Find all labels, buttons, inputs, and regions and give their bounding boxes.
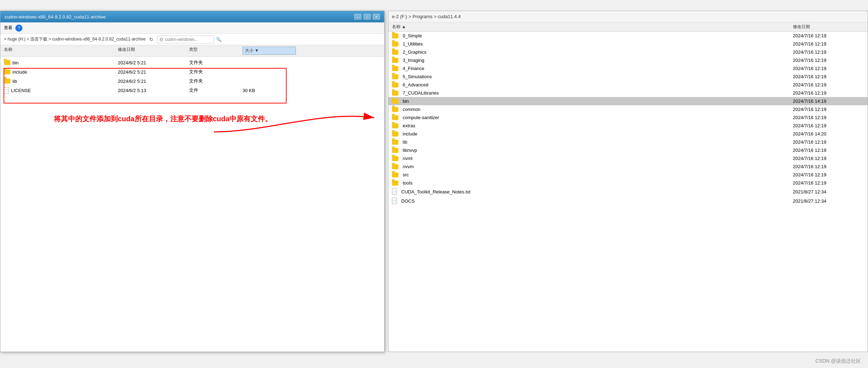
file-type: 文件夹	[189, 59, 242, 66]
title-bar-buttons: — □ ✕	[354, 14, 380, 20]
file-type: 文件夹	[189, 78, 242, 84]
folder-icon	[4, 69, 10, 74]
help-button[interactable]: ?	[15, 25, 22, 32]
col-name[interactable]: 名称	[4, 47, 118, 55]
folder-icon	[392, 33, 398, 38]
watermark: CSDN @误佰迁社区	[815, 358, 861, 364]
table-row[interactable]: nvml 2024/7/16 12:19	[388, 154, 868, 162]
breadcrumb: e-2 (F:) > Programs > cuda11.4.4	[392, 14, 461, 19]
folder-icon	[392, 115, 398, 120]
col-type[interactable]: 类型	[189, 47, 242, 55]
file-date: 2024/7/16 12:19	[793, 90, 864, 96]
table-row[interactable]: lib 2024/7/16 12:19	[388, 138, 868, 146]
file-list: bin 2024/6/2 5:21 文件夹 include 2024/6/2 5…	[0, 57, 384, 352]
minimize-button[interactable]: —	[354, 14, 361, 20]
file-date: 2024/7/16 12:19	[793, 74, 864, 79]
file-name-cell: 📄 LICENSE	[4, 87, 118, 94]
table-row[interactable]: include 2024/7/16 14:20	[388, 130, 868, 138]
table-row[interactable]: bin 2024/7/16 14:19	[388, 97, 868, 105]
file-date: 2024/7/16 12:19	[793, 107, 864, 112]
folder-icon	[392, 172, 398, 177]
table-row[interactable]: bin 2024/6/2 5:21 文件夹	[0, 58, 384, 67]
folder-icon	[392, 123, 398, 128]
col-size[interactable]: 大小 ▼	[242, 47, 296, 55]
table-row[interactable]: 📄 CUDA_Toolkit_Release_Notes.txt 2021/8/…	[388, 187, 868, 196]
refresh-button[interactable]: ↻	[148, 36, 155, 43]
folder-icon	[392, 164, 398, 169]
table-row[interactable]: libnvvp 2024/7/16 12:19	[388, 146, 868, 154]
table-row[interactable]: 📄 DOCS 2021/8/27 12:34	[388, 196, 868, 206]
table-row[interactable]: 5_Simulations 2024/7/16 12:19	[388, 73, 868, 81]
table-row[interactable]: 6_Advanced 2024/7/16 12:19	[388, 81, 868, 89]
folder-icon	[392, 140, 398, 145]
file-date: 2024/6/2 5:21	[118, 69, 189, 75]
folder-icon	[392, 107, 398, 112]
right-explorer-window: e-2 (F:) > Programs > cuda11.4.4 名称 ▲ 修改…	[388, 11, 868, 352]
folder-icon	[392, 132, 398, 137]
file-date: 2024/7/16 14:19	[793, 98, 864, 104]
table-row[interactable]: 0_Simple 2024/7/16 12:19	[388, 32, 868, 40]
file-date: 2024/7/16 12:19	[793, 41, 864, 47]
file-date: 2024/6/2 5:21	[118, 79, 189, 84]
file-date: 2024/7/16 14:20	[793, 131, 864, 137]
file-date: 2024/7/16 12:19	[793, 58, 864, 63]
title-bar: cudnn-windows-x86_64-9.2.0.82_cuda11-arc…	[0, 11, 384, 22]
table-row[interactable]: include 2024/6/2 5:21 文件夹	[0, 67, 384, 76]
table-row[interactable]: lib 2024/6/2 5:21 文件夹	[0, 76, 384, 86]
breadcrumb-path: e-2 (F:) > Programs > cuda11.4.4	[392, 14, 461, 19]
file-date: 2024/7/16 12:19	[793, 82, 864, 87]
file-name-cell: include	[4, 69, 118, 75]
table-row[interactable]: 7_CUDALibraries 2024/7/16 12:19	[388, 89, 868, 97]
breadcrumb-path: > huge (H:) > 迅雷下载 > cudnn-windows-x86_6…	[4, 36, 146, 42]
folder-icon	[392, 148, 398, 153]
file-date: 2024/7/16 12:19	[793, 156, 864, 161]
table-row[interactable]: 2_Graphics 2024/7/16 12:19	[388, 48, 868, 56]
file-name-cell: lib	[4, 79, 118, 84]
address-bar: > huge (H:) > 迅雷下载 > cudnn-windows-x86_6…	[0, 34, 384, 45]
file-date: 2024/7/16 12:19	[793, 33, 864, 38]
table-row[interactable]: 4_Finance 2024/7/16 12:19	[388, 64, 868, 73]
folder-icon	[4, 60, 10, 65]
close-button[interactable]: ✕	[373, 14, 380, 20]
file-icon: 📄	[392, 198, 397, 204]
table-row[interactable]: extras 2024/7/16 12:19	[388, 122, 868, 130]
table-row[interactable]: src 2024/7/16 12:19	[388, 171, 868, 179]
file-date: 2024/6/2 5:21	[118, 60, 189, 65]
maximize-button[interactable]: □	[364, 14, 371, 20]
window-title: cudnn-windows-x86_64-9.2.0.82_cuda11-arc…	[5, 14, 106, 20]
view-label[interactable]: 查看	[4, 25, 12, 31]
file-icon: 📄	[4, 87, 9, 94]
table-row[interactable]: compute-sanitizer 2024/7/16 12:19	[388, 113, 868, 122]
folder-icon	[392, 42, 398, 47]
right-column-header: 名称 ▲ 修改日期	[388, 22, 868, 32]
column-header: 名称 修改日期 类型 大小 ▼	[0, 45, 384, 57]
folder-icon	[392, 74, 398, 79]
file-type: 文件夹	[189, 69, 242, 75]
file-date: 2024/6/2 5:13	[118, 88, 189, 93]
table-row[interactable]: common 2024/7/16 12:19	[388, 105, 868, 113]
table-row[interactable]: nvvm 2024/7/16 12:19	[388, 162, 868, 171]
search-input[interactable]	[157, 36, 214, 43]
table-row[interactable]: tools 2024/7/16 12:19	[388, 179, 868, 187]
folder-icon	[392, 82, 398, 87]
file-date: 2021/8/27 12:34	[793, 189, 864, 194]
left-explorer-window: cudnn-windows-x86_64-9.2.0.82_cuda11-arc…	[0, 11, 385, 352]
folder-icon	[392, 99, 398, 104]
table-row[interactable]: 3_Imaging 2024/7/16 12:19	[388, 56, 868, 64]
table-row[interactable]: 1_Utilities 2024/7/16 12:19	[388, 40, 868, 48]
table-row[interactable]: 📄 LICENSE 2024/6/2 5:13 文件 30 KB	[0, 86, 384, 95]
file-date: 2021/8/27 12:34	[793, 198, 864, 204]
file-type: 文件	[189, 87, 242, 94]
file-name-cell: bin	[4, 60, 118, 65]
folder-icon	[4, 79, 10, 84]
col-name-right[interactable]: 名称 ▲	[392, 24, 793, 30]
col-date[interactable]: 修改日期	[118, 47, 189, 55]
file-date: 2024/7/16 12:19	[793, 115, 864, 120]
col-date-right[interactable]: 修改日期	[793, 24, 864, 30]
file-date: 2024/7/16 12:19	[793, 164, 864, 169]
file-date: 2024/7/16 12:19	[793, 180, 864, 186]
file-size: 30 KB	[242, 88, 296, 93]
folder-icon	[392, 50, 398, 55]
file-date: 2024/7/16 12:19	[793, 123, 864, 128]
file-date: 2024/7/16 12:19	[793, 172, 864, 177]
